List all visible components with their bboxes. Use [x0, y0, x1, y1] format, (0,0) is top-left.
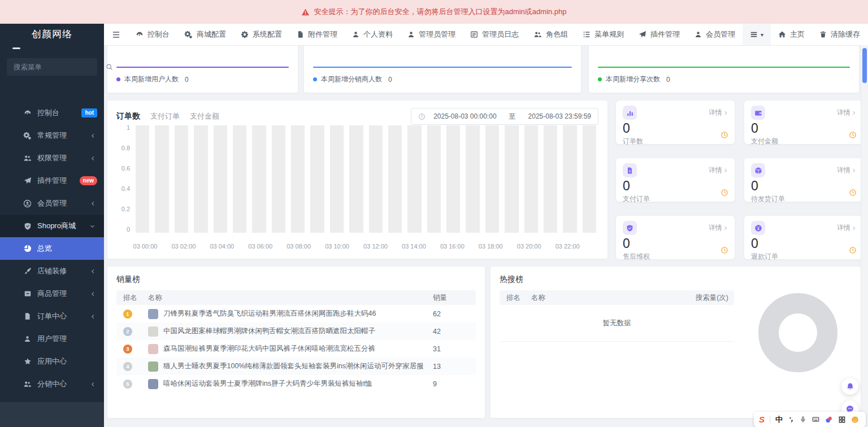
topnav-item[interactable]: 插件管理	[631, 24, 687, 45]
x-axis: 03 00:0003 02:0003 04:0003 06:0003 08:00…	[136, 236, 596, 251]
x-tick: 03 06:00	[248, 243, 272, 250]
weekly-stat-card: 本周新增用户人数 0	[107, 45, 298, 93]
sidebar-menu-item[interactable]: 插件管理 new	[0, 169, 104, 192]
sidebar-toggle[interactable]	[104, 24, 128, 45]
topnav-item[interactable]: 菜单规则	[575, 24, 631, 45]
detail-link[interactable]: 详情	[837, 165, 857, 175]
sidebar-menu-item[interactable]: 用户管理	[0, 328, 104, 350]
sidebar-item-label: 常规管理	[37, 130, 67, 141]
bar-background	[466, 125, 479, 233]
sidebar-menu-item[interactable]: 应用中心	[0, 350, 104, 373]
product-thumbnail	[148, 379, 158, 389]
emoji-icon[interactable]	[851, 416, 859, 424]
package-icon	[751, 163, 765, 177]
y-tick: 0.8	[121, 145, 130, 151]
zh-mode-icon[interactable]: 中	[775, 415, 783, 425]
detail-link[interactable]: 详情	[709, 165, 728, 175]
legend-label: 本周新增分享次数	[606, 75, 660, 84]
punct-icon[interactable]	[788, 416, 795, 424]
detail-link[interactable]: 详情	[837, 108, 857, 117]
sidebar-menu-item[interactable]: 常规管理	[0, 124, 104, 147]
topnav-item[interactable]: 角色组	[526, 24, 575, 45]
product-sales: 13	[433, 363, 476, 371]
sidebar-menu-item[interactable]: 店铺装修	[0, 260, 104, 282]
topnav-item-label: 会员管理	[706, 29, 735, 40]
chevron-left-icon	[90, 201, 96, 207]
tabs-dropdown-button[interactable]: ▾	[743, 24, 771, 45]
topnav-item[interactable]: 系统配置	[233, 24, 289, 45]
sidebar-menu-item[interactable]: 商品管理	[0, 282, 104, 305]
bar-background	[252, 125, 266, 233]
product-name: 嘻哈休闲运动套装男士夏季潮牌ins胖子大码青少年男装短裤短袖t恤	[163, 379, 372, 389]
divider[interactable]	[770, 416, 770, 424]
sidebar-search-input[interactable]	[12, 63, 106, 72]
notification-button[interactable]	[841, 378, 858, 395]
date-start[interactable]: 2025-08-03 00:00:00	[433, 112, 496, 120]
rank-medal: 1	[123, 310, 132, 319]
sidebar-menu-item[interactable]: 权限管理	[0, 147, 104, 169]
bar-background	[330, 125, 344, 233]
grid-icon[interactable]	[838, 416, 846, 424]
clock-icon	[849, 131, 857, 139]
hamburger-icon	[112, 30, 120, 39]
sidebar-menu-item[interactable]: 会员管理	[0, 192, 104, 215]
topnav-item-label: 角色组	[546, 29, 568, 40]
vertical-scrollbar[interactable]	[861, 45, 868, 427]
stat-value: 0	[751, 121, 856, 136]
brush-icon	[23, 267, 32, 275]
bar-background	[407, 125, 421, 233]
home-button[interactable]: 主页	[771, 24, 812, 45]
date-range-picker[interactable]: 2025-08-03 00:00:00 至 2025-08-03 23:59:5…	[411, 108, 598, 125]
top-navbar: 控制台 商城配置 系统配置 附件管理 个人资料	[104, 24, 868, 46]
bar-background	[583, 125, 596, 233]
topnav-item[interactable]: 个人资料	[345, 24, 400, 45]
caret-down-icon: ▾	[761, 32, 763, 38]
bar-background	[214, 125, 227, 233]
hot-search-header: 排名 名称 搜索量(次)	[500, 290, 734, 305]
detail-link[interactable]: 详情	[709, 108, 728, 117]
topnav-item[interactable]: 管理员管理	[400, 24, 463, 45]
refund-icon	[751, 221, 765, 235]
topnav-item[interactable]: 商城配置	[177, 24, 233, 45]
detail-link[interactable]: 详情	[709, 223, 728, 233]
clear-cache-button[interactable]: 清除缓存	[812, 24, 867, 45]
sidebar-search[interactable]	[7, 58, 97, 76]
topnav-item[interactable]: 控制台	[128, 24, 177, 45]
legend-dot	[598, 77, 602, 81]
sidebar-menu-item[interactable]: 订单中心	[0, 305, 104, 328]
topnav-item-label: 附件管理	[308, 29, 337, 40]
shield-check-icon	[623, 221, 637, 235]
sidebar-item-label: 总览	[37, 243, 52, 254]
sales-rank-row: 4 猫人男士睡衣男夏季100%纯棉薄款圆领套头短袖套装男ins潮休闲运动可外穿家…	[116, 358, 476, 375]
sidebar-menu-item[interactable]: 控制台 hot	[0, 102, 104, 124]
sogou-s-icon[interactable]: S	[759, 415, 765, 424]
topnav-item[interactable]: 附件管理	[289, 24, 345, 45]
plane-icon	[639, 30, 646, 38]
sidebar-menu-item[interactable]: 分销中心	[0, 373, 104, 395]
chart-tab[interactable]: 订单数	[116, 111, 140, 121]
scrollbar-thumb[interactable]	[862, 48, 867, 83]
clock-icon	[849, 189, 857, 197]
stat-label: 售后维权	[623, 252, 728, 262]
legend-dot	[313, 77, 317, 81]
chart-tab[interactable]: 支付金额	[190, 111, 219, 121]
date-end[interactable]: 2025-08-03 23:59:59	[528, 112, 591, 120]
chart-tab[interactable]: 支付订单	[150, 111, 180, 121]
chart-bar-icon	[623, 106, 637, 120]
keyboard-icon[interactable]	[811, 416, 820, 423]
sales-rank-rows: 1 刀锋男鞋夏季透气防臭飞织运动鞋男潮流百搭休闲网面跑步鞋大码46 62 2 中…	[116, 305, 476, 393]
clock-icon	[721, 246, 728, 254]
mic-icon[interactable]	[800, 416, 806, 424]
product-name: 猫人男士睡衣男夏季100%纯棉薄款圆领套头短袖套装男ins潮休闲运动可外穿家居服	[163, 361, 423, 371]
sidebar-menu-item[interactable]: 总览	[0, 237, 104, 260]
sales-rank-row: 3 森马国潮短裤男夏季潮印花大码中国风裤子休闲嘻哈潮流宽松五分裤 31	[116, 340, 476, 358]
topnav-item[interactable]: 会员管理	[687, 24, 743, 45]
y-tick: 0.2	[121, 206, 130, 212]
sidebar-menu-item[interactable]: Shopro商城	[0, 215, 104, 237]
skin-icon[interactable]	[825, 416, 833, 424]
chevron-left-icon	[90, 268, 96, 274]
stat-label: 退款订单	[751, 252, 856, 262]
topnav-item[interactable]: 管理员日志	[463, 24, 526, 45]
chevron-right-icon	[851, 110, 857, 116]
detail-link[interactable]: 详情	[837, 223, 857, 233]
